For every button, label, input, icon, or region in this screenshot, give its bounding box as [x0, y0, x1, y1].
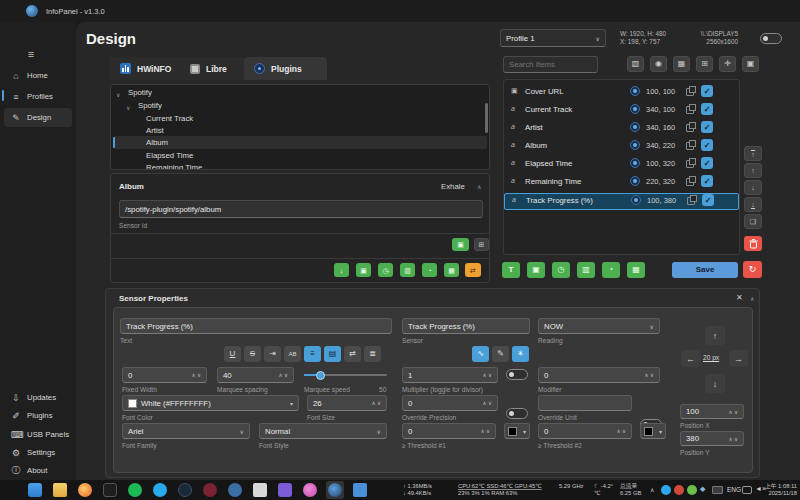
- threshold1-color-select[interactable]: ▾: [504, 423, 530, 439]
- letter-spacing-button[interactable]: ⇄: [344, 346, 361, 362]
- tree-leaf-remaining-time[interactable]: Remaining Time: [146, 163, 202, 170]
- visible-checkbox[interactable]: ✓: [701, 121, 713, 133]
- spinner-chevrons-icon[interactable]: ∧ ∨: [728, 409, 738, 415]
- sidebar-item-settings[interactable]: ⚙ Settings: [4, 443, 72, 462]
- slider-knob[interactable]: [316, 371, 325, 380]
- sidebar-item-usb-panels[interactable]: ⌨ USB Panels: [4, 425, 72, 444]
- visible-checkbox[interactable]: ✓: [701, 157, 713, 169]
- link-icon[interactable]: [687, 197, 695, 205]
- delete-button[interactable]: [744, 236, 762, 251]
- hamburger-menu-icon[interactable]: ≡: [26, 48, 36, 60]
- modifier-spinner[interactable]: 0 ∧ ∨: [538, 367, 660, 383]
- font-size-spinner[interactable]: 26 ∧ ∨: [307, 395, 387, 411]
- move-to-bottom-button[interactable]: ↓: [744, 197, 762, 212]
- visible-checkbox[interactable]: ✓: [701, 175, 713, 187]
- reading-select[interactable]: NOW ∨: [538, 318, 660, 334]
- app-icon-red[interactable]: [203, 483, 217, 497]
- group-items-button[interactable]: ▧: [627, 56, 644, 72]
- spinner-chevrons-icon[interactable]: ∧ ∨: [371, 400, 381, 406]
- collapse-icon[interactable]: ∧: [750, 295, 754, 302]
- override-unit-input[interactable]: [538, 395, 632, 411]
- nudge-up-button[interactable]: ↑: [705, 326, 725, 345]
- tab-libre[interactable]: Libre: [180, 57, 244, 80]
- coords-icon[interactable]: [630, 158, 640, 168]
- divisor-toggle[interactable]: [506, 369, 528, 380]
- touchpad-icon[interactable]: [742, 486, 752, 494]
- tray-kite-icon[interactable]: ◆: [700, 485, 705, 493]
- visible-checkbox[interactable]: ✓: [701, 85, 713, 97]
- tree-leaf-elapsed-time[interactable]: Elapsed Time: [146, 151, 193, 160]
- tray-green-icon[interactable]: [687, 485, 697, 495]
- add-sensor-button[interactable]: ⊞: [474, 238, 489, 251]
- chevron-down-icon[interactable]: ∨: [126, 104, 130, 111]
- move-up-button[interactable]: ↑: [744, 163, 762, 178]
- nudge-left-button[interactable]: ←: [681, 350, 700, 367]
- link-icon[interactable]: [686, 106, 694, 114]
- save-button[interactable]: Save: [672, 262, 738, 278]
- network-speed-widget[interactable]: ↑ 1.36MB/s ↓ 49.4KB/s: [403, 483, 432, 497]
- coords-icon[interactable]: [630, 104, 640, 114]
- edit-mode-button[interactable]: ✎: [492, 346, 509, 362]
- uppercase-button[interactable]: AB: [284, 346, 301, 362]
- nudge-down-button[interactable]: ↓: [705, 374, 725, 393]
- nudge-step-link[interactable]: 20 px: [703, 354, 719, 361]
- app-icon-purple[interactable]: [278, 483, 292, 497]
- screenshot-button[interactable]: ▣: [742, 56, 759, 72]
- spotify-icon[interactable]: [128, 483, 142, 497]
- tree-leaf-album[interactable]: Album: [146, 138, 168, 147]
- weather-widget[interactable]: ☾ -4.2° ℃: [594, 483, 613, 497]
- align-right-button[interactable]: ⇥: [264, 346, 281, 362]
- multiplier-spinner[interactable]: 1 ∧ ∨: [402, 367, 498, 383]
- spinner-chevrons-icon[interactable]: ∧ ∨: [191, 372, 201, 378]
- font-family-select[interactable]: Ariel ∨: [122, 423, 250, 439]
- align-center-button[interactable]: ≡: [304, 346, 321, 362]
- fill-style-button[interactable]: ▤: [324, 346, 341, 362]
- font-color-select[interactable]: White (#FFFFFFFF) ▾: [122, 395, 299, 411]
- add-shape-item-button[interactable]: ▦: [444, 263, 459, 277]
- app-icon-blue[interactable]: [228, 483, 242, 497]
- profile-select[interactable]: Profile 1 ∨: [500, 29, 606, 47]
- clock-widget[interactable]: 上午 1:08:11 2025/11/18: [764, 483, 797, 497]
- move-down-button[interactable]: ↓: [744, 180, 762, 195]
- spinner-chevrons-icon[interactable]: ∧ ∨: [482, 400, 492, 406]
- text-input[interactable]: Track Progress (%): [120, 318, 392, 334]
- link-icon[interactable]: [686, 178, 694, 186]
- marquee-speed-slider[interactable]: [304, 367, 387, 383]
- position-y-spinner[interactable]: 380 ∧ ∨: [680, 431, 744, 446]
- app-icon-pink[interactable]: [303, 483, 317, 497]
- new-image-button[interactable]: ▣: [527, 262, 545, 278]
- new-shape-button[interactable]: ▦: [627, 262, 645, 278]
- sidebar-item-plugins[interactable]: ✐ Plugins: [4, 406, 72, 425]
- tree-leaf-artist[interactable]: Artist: [146, 126, 164, 135]
- tree-scrollbar[interactable]: [485, 103, 488, 133]
- snap-button[interactable]: ◉: [650, 56, 667, 72]
- marquee-spacing-spinner[interactable]: 40 ∧ ∨: [217, 367, 294, 383]
- underline-button[interactable]: U: [224, 346, 241, 362]
- star-mode-button[interactable]: ✳: [512, 346, 529, 362]
- list-item-elapsed-time[interactable]: a Elapsed Time 100, 320 ✓: [504, 157, 739, 172]
- sidebar-item-updates[interactable]: ⇩ Updates: [4, 388, 72, 407]
- sidebar-item-about[interactable]: ⓘ About: [4, 461, 72, 480]
- list-item-album[interactable]: a Album 340, 220 ✓: [504, 139, 739, 154]
- spinner-chevrons-icon[interactable]: ∧ ∨: [482, 372, 492, 378]
- threshold2-spinner[interactable]: 0 ∧ ∨: [538, 423, 632, 439]
- visible-checkbox[interactable]: ✓: [701, 103, 713, 115]
- ime-language-indicator[interactable]: ENG: [727, 486, 741, 493]
- visible-checkbox[interactable]: ✓: [701, 139, 713, 151]
- reload-button[interactable]: ↻: [743, 261, 762, 278]
- link-icon[interactable]: [686, 88, 694, 96]
- new-clock-button[interactable]: ◷: [552, 262, 570, 278]
- new-text-button[interactable]: T: [502, 262, 520, 278]
- coords-icon[interactable]: [630, 140, 640, 150]
- add-text-item-button[interactable]: ↓: [334, 263, 349, 277]
- sidebar-item-design[interactable]: ✎ Design: [4, 108, 72, 127]
- tab-hwinfo[interactable]: HWiNFO: [110, 57, 180, 80]
- tray-red-icon[interactable]: [674, 485, 684, 495]
- collapse-icon[interactable]: ∧: [477, 183, 481, 190]
- list-item-remaining-time[interactable]: a Remaining Time 220, 320 ✓: [504, 175, 739, 190]
- font-style-select[interactable]: Normal ∨: [259, 423, 387, 439]
- misc-action-button[interactable]: ⇄: [465, 263, 481, 277]
- link-icon[interactable]: [686, 160, 694, 168]
- file-explorer-icon[interactable]: [53, 483, 67, 497]
- cpu-clock-widget[interactable]: 5.29 GHz: [559, 483, 584, 490]
